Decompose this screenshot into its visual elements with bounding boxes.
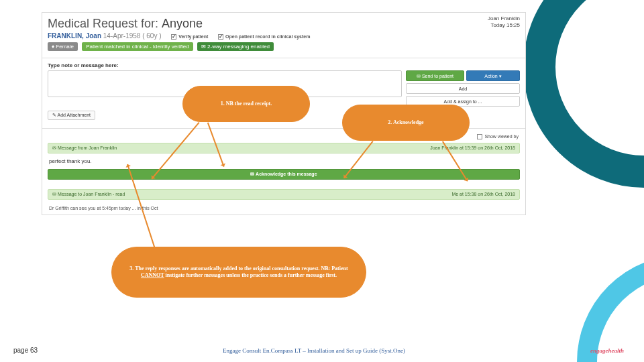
page-title-name: Anyone <box>162 17 203 30</box>
slide-footer: page 63 Engage Consult En.Compass LT – I… <box>0 347 644 354</box>
message-from-left: ✉ Message from Joan Franklin <box>52 143 117 154</box>
request-header: Medical Request for: Anyone FRANKLIN, Jo… <box>42 13 525 54</box>
message-to-body-cutoff: Dr Griffith can see you at 5:45pm today … <box>42 202 525 215</box>
page-title-prefix: Medical Request for: <box>48 17 162 30</box>
page-number: page 63 <box>13 347 38 354</box>
open-record-checkbox[interactable]: Open patient record in clinical system <box>218 34 310 40</box>
callout-3-text: 3. The reply responses are automatically… <box>123 265 355 280</box>
acknowledge-button[interactable]: ✉ Acknowledge this message <box>48 169 520 180</box>
brand-mark: engagehealth <box>590 347 624 354</box>
document-title: Engage Consult En.Compass LT – Installat… <box>223 347 405 354</box>
verify-patient-label: Verify patient <box>178 34 208 39</box>
patient-name: FRANKLIN, Joan <box>48 32 101 40</box>
page-title: Medical Request for: Anyone <box>48 17 520 31</box>
message-to-header[interactable]: ✉ Message to Joan Franklin - read Me at … <box>48 189 520 200</box>
badge-matched: Patient matched in clinical - Identity v… <box>82 42 193 51</box>
add-button[interactable]: Add <box>406 83 520 94</box>
compose-label: Type note or message here: <box>42 62 525 70</box>
patient-dob: 14-Apr-1958 ( 60y ) <box>103 32 162 40</box>
callout-3: 3. The reply responses are automatically… <box>111 247 366 298</box>
message-from-right: Joan Franklin at 15:39 on 26th Oct, 2018 <box>430 143 515 154</box>
send-to-patient-button[interactable]: ✉ Send to patient <box>406 70 464 81</box>
decor-arc-blue <box>577 255 644 362</box>
callout-2: 2. Acknowledge <box>342 105 470 141</box>
badge-sex: ♦ Female <box>48 42 78 51</box>
current-user-name: Joan Franklin <box>488 15 520 22</box>
compose-buttons: ✉ Send to patient Action ▾ Add Add & ass… <box>406 70 520 107</box>
add-attachment-button[interactable]: ✎ Add Attachment <box>48 111 95 120</box>
callout-1: 1. NB the read receipt. <box>182 86 310 122</box>
badge-twoway: ✉ 2-way messaging enabled <box>197 42 274 51</box>
show-viewed-by-label: Show viewed by <box>484 134 519 139</box>
message-to-left: ✉ Message to Joan Franklin - read <box>52 189 125 200</box>
callout-2-text: 2. Acknowledge <box>388 119 423 126</box>
action-dropdown[interactable]: Action ▾ <box>466 70 520 81</box>
divider <box>42 58 525 58</box>
verify-patient-checkbox[interactable]: Verify patient <box>171 34 208 40</box>
callout-1-text: 1. NB the read receipt. <box>221 101 272 107</box>
open-record-label: Open patient record in clinical system <box>225 34 310 39</box>
decor-arc-teal <box>523 0 644 188</box>
message-to-right: Me at 15:38 on 26th Oct, 2018 <box>451 189 515 200</box>
current-user-box: Joan Franklin Today 15:25 <box>488 15 520 28</box>
current-user-time: Today 15:25 <box>488 22 520 29</box>
patient-line: FRANKLIN, Joan 14-Apr-1958 ( 60y ) Verif… <box>48 32 520 40</box>
badge-row: ♦ Female Patient matched in clinical - I… <box>48 42 520 51</box>
